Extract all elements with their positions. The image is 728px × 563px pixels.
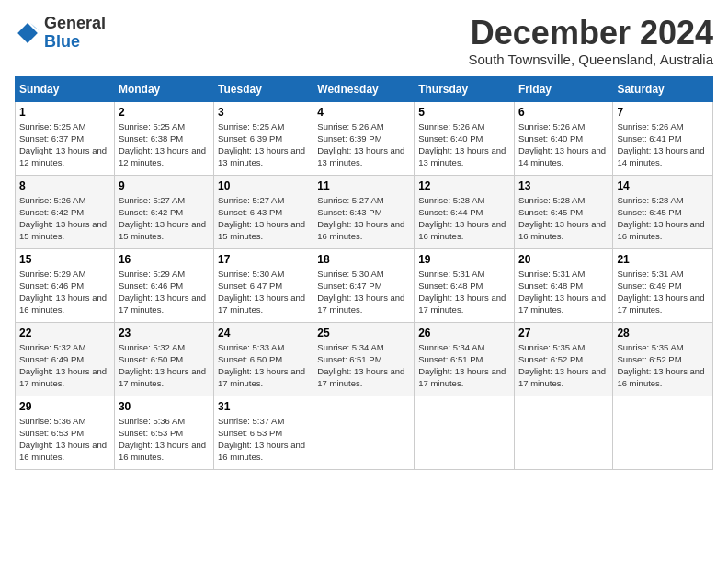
calendar-cell: 25 Sunrise: 5:34 AMSunset: 6:51 PMDaylig… (313, 322, 415, 396)
weekday-wednesday: Wednesday (313, 76, 415, 101)
calendar-cell: 6 Sunrise: 5:26 AMSunset: 6:40 PMDayligh… (514, 101, 612, 175)
day-number: 14 (617, 179, 709, 192)
weekday-friday: Friday (514, 76, 612, 101)
day-number: 12 (418, 179, 510, 192)
day-number: 17 (218, 253, 309, 266)
day-number: 22 (19, 327, 110, 339)
calendar-cell: 31 Sunrise: 5:37 AMSunset: 6:53 PMDaylig… (214, 396, 313, 469)
day-detail: Sunrise: 5:26 AMSunset: 6:39 PMDaylight:… (317, 121, 404, 168)
logo-icon (15, 20, 40, 46)
day-detail: Sunrise: 5:25 AMSunset: 6:38 PMDaylight:… (119, 121, 206, 168)
day-number: 1 (19, 106, 110, 119)
weekday-monday: Monday (114, 76, 213, 101)
day-number: 10 (218, 179, 309, 192)
day-number: 16 (119, 253, 210, 266)
day-number: 13 (518, 179, 609, 192)
calendar-cell: 3 Sunrise: 5:25 AMSunset: 6:39 PMDayligh… (214, 101, 313, 175)
calendar-cell: 24 Sunrise: 5:33 AMSunset: 6:50 PMDaylig… (214, 322, 313, 396)
day-detail: Sunrise: 5:25 AMSunset: 6:39 PMDaylight:… (218, 121, 305, 168)
weekday-header: SundayMondayTuesdayWednesdayThursdayFrid… (16, 76, 713, 101)
calendar-week-4: 22 Sunrise: 5:32 AMSunset: 6:49 PMDaylig… (16, 322, 713, 396)
weekday-sunday: Sunday (16, 76, 115, 101)
day-detail: Sunrise: 5:36 AMSunset: 6:53 PMDaylight:… (119, 416, 206, 463)
calendar-cell: 29 Sunrise: 5:36 AMSunset: 6:53 PMDaylig… (16, 396, 115, 469)
logo: General Blue (15, 15, 106, 52)
day-detail: Sunrise: 5:27 AMSunset: 6:43 PMDaylight:… (218, 195, 305, 242)
day-detail: Sunrise: 5:29 AMSunset: 6:46 PMDaylight:… (19, 269, 107, 316)
calendar-cell: 30 Sunrise: 5:36 AMSunset: 6:53 PMDaylig… (114, 396, 213, 469)
svg-marker-0 (17, 23, 38, 43)
weekday-saturday: Saturday (613, 76, 713, 101)
day-number: 2 (119, 106, 210, 119)
day-detail: Sunrise: 5:30 AMSunset: 6:47 PMDaylight:… (218, 269, 305, 316)
day-detail: Sunrise: 5:32 AMSunset: 6:50 PMDaylight:… (119, 342, 206, 389)
day-number: 15 (19, 253, 110, 266)
day-detail: Sunrise: 5:37 AMSunset: 6:53 PMDaylight:… (218, 416, 305, 463)
month-title: December 2024 (468, 15, 713, 52)
day-number: 8 (19, 179, 110, 192)
calendar-cell: 26 Sunrise: 5:34 AMSunset: 6:51 PMDaylig… (415, 322, 515, 396)
day-number: 21 (617, 253, 709, 266)
day-detail: Sunrise: 5:31 AMSunset: 6:48 PMDaylight:… (518, 269, 606, 316)
logo-text: General Blue (44, 15, 106, 52)
day-detail: Sunrise: 5:26 AMSunset: 6:40 PMDaylight:… (518, 121, 606, 168)
calendar-week-5: 29 Sunrise: 5:36 AMSunset: 6:53 PMDaylig… (16, 396, 713, 469)
day-detail: Sunrise: 5:28 AMSunset: 6:44 PMDaylight:… (418, 195, 506, 242)
calendar-week-1: 1 Sunrise: 5:25 AMSunset: 6:37 PMDayligh… (16, 101, 713, 175)
calendar-cell (415, 396, 515, 469)
calendar-cell (313, 396, 415, 469)
day-detail: Sunrise: 5:29 AMSunset: 6:46 PMDaylight:… (119, 269, 206, 316)
calendar-cell: 27 Sunrise: 5:35 AMSunset: 6:52 PMDaylig… (514, 322, 612, 396)
location-title: South Townsville, Queensland, Australia (468, 52, 713, 67)
calendar-cell: 12 Sunrise: 5:28 AMSunset: 6:44 PMDaylig… (415, 175, 515, 248)
calendar-week-2: 8 Sunrise: 5:26 AMSunset: 6:42 PMDayligh… (16, 175, 713, 248)
calendar-cell: 16 Sunrise: 5:29 AMSunset: 6:46 PMDaylig… (114, 248, 213, 322)
calendar-cell: 21 Sunrise: 5:31 AMSunset: 6:49 PMDaylig… (613, 248, 713, 322)
day-detail: Sunrise: 5:31 AMSunset: 6:49 PMDaylight:… (617, 269, 704, 316)
calendar-cell: 19 Sunrise: 5:31 AMSunset: 6:48 PMDaylig… (415, 248, 515, 322)
day-detail: Sunrise: 5:32 AMSunset: 6:49 PMDaylight:… (19, 342, 107, 389)
day-detail: Sunrise: 5:34 AMSunset: 6:51 PMDaylight:… (418, 342, 506, 389)
day-detail: Sunrise: 5:33 AMSunset: 6:50 PMDaylight:… (218, 342, 305, 389)
day-number: 20 (518, 253, 609, 266)
calendar-cell: 20 Sunrise: 5:31 AMSunset: 6:48 PMDaylig… (514, 248, 612, 322)
calendar-cell: 11 Sunrise: 5:27 AMSunset: 6:43 PMDaylig… (313, 175, 415, 248)
page-header: General Blue December 2024 South Townsvi… (15, 15, 713, 67)
day-number: 29 (19, 400, 110, 413)
calendar-cell: 23 Sunrise: 5:32 AMSunset: 6:50 PMDaylig… (114, 322, 213, 396)
day-number: 28 (617, 327, 709, 339)
day-number: 4 (317, 106, 410, 119)
logo-blue: Blue (44, 32, 80, 51)
calendar-cell: 9 Sunrise: 5:27 AMSunset: 6:42 PMDayligh… (114, 175, 213, 248)
calendar-cell: 14 Sunrise: 5:28 AMSunset: 6:45 PMDaylig… (613, 175, 713, 248)
day-number: 26 (418, 327, 510, 339)
day-detail: Sunrise: 5:35 AMSunset: 6:52 PMDaylight:… (518, 342, 606, 389)
day-detail: Sunrise: 5:28 AMSunset: 6:45 PMDaylight:… (617, 195, 704, 242)
day-number: 9 (119, 179, 210, 192)
day-number: 3 (218, 106, 309, 119)
day-detail: Sunrise: 5:25 AMSunset: 6:37 PMDaylight:… (19, 121, 107, 168)
day-detail: Sunrise: 5:26 AMSunset: 6:42 PMDaylight:… (19, 195, 107, 242)
calendar-cell: 2 Sunrise: 5:25 AMSunset: 6:38 PMDayligh… (114, 101, 213, 175)
calendar-cell: 15 Sunrise: 5:29 AMSunset: 6:46 PMDaylig… (16, 248, 115, 322)
day-number: 6 (518, 106, 609, 119)
day-number: 7 (617, 106, 709, 119)
day-detail: Sunrise: 5:35 AMSunset: 6:52 PMDaylight:… (617, 342, 704, 389)
logo-general: General (44, 14, 106, 32)
calendar-cell: 7 Sunrise: 5:26 AMSunset: 6:41 PMDayligh… (613, 101, 713, 175)
day-detail: Sunrise: 5:26 AMSunset: 6:40 PMDaylight:… (418, 121, 506, 168)
day-detail: Sunrise: 5:30 AMSunset: 6:47 PMDaylight:… (317, 269, 404, 316)
calendar-cell: 8 Sunrise: 5:26 AMSunset: 6:42 PMDayligh… (16, 175, 115, 248)
calendar-cell: 22 Sunrise: 5:32 AMSunset: 6:49 PMDaylig… (16, 322, 115, 396)
calendar-cell: 10 Sunrise: 5:27 AMSunset: 6:43 PMDaylig… (214, 175, 313, 248)
day-number: 5 (418, 106, 510, 119)
day-number: 23 (119, 327, 210, 339)
day-number: 19 (418, 253, 510, 266)
day-detail: Sunrise: 5:34 AMSunset: 6:51 PMDaylight:… (317, 342, 404, 389)
weekday-thursday: Thursday (415, 76, 515, 101)
day-number: 24 (218, 327, 309, 339)
day-number: 11 (317, 179, 410, 192)
calendar-cell (613, 396, 713, 469)
calendar-cell: 4 Sunrise: 5:26 AMSunset: 6:39 PMDayligh… (313, 101, 415, 175)
day-detail: Sunrise: 5:26 AMSunset: 6:41 PMDaylight:… (617, 121, 704, 168)
